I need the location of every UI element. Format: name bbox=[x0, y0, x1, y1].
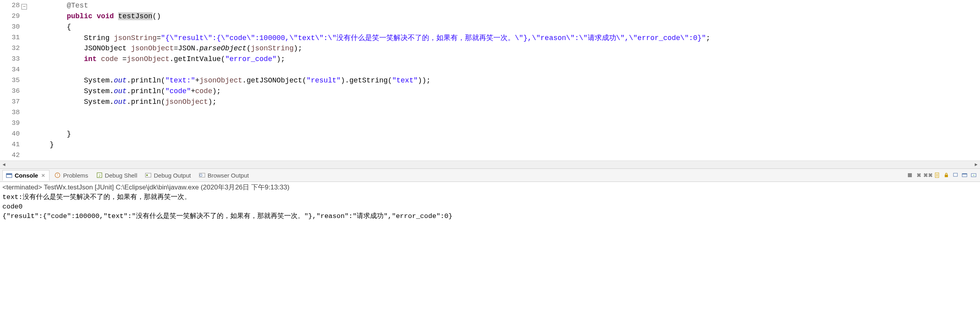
svg-text:+: + bbox=[973, 174, 975, 177]
code-token: String bbox=[84, 34, 114, 42]
code-token: .println( bbox=[127, 76, 165, 84]
code-token: + bbox=[191, 87, 195, 95]
code-token: ); bbox=[208, 98, 217, 106]
code-content[interactable]: int code =jsonObject.getIntValue("error_… bbox=[23, 55, 285, 63]
code-line[interactable]: 39 bbox=[0, 118, 980, 128]
console-view[interactable]: <terminated> TestWx.testJson [JUnit] C:\… bbox=[0, 182, 980, 325]
code-token: JSONObject bbox=[84, 44, 131, 52]
tab-debug-output[interactable]: Debug Output bbox=[142, 170, 194, 180]
code-content[interactable]: String jsonString="{\"result\":{\"code\"… bbox=[23, 33, 710, 42]
code-token: .getIntValue( bbox=[170, 55, 225, 63]
svg-rect-14 bbox=[945, 175, 948, 177]
code-token: testJson bbox=[118, 12, 152, 20]
code-token: "code" bbox=[165, 87, 191, 95]
code-token: ); bbox=[294, 44, 302, 52]
code-token: =JSON. bbox=[174, 44, 199, 52]
horizontal-scrollbar[interactable]: ◄ ► bbox=[0, 161, 980, 168]
code-token: ; bbox=[706, 34, 710, 42]
pin-console-icon[interactable] bbox=[951, 171, 959, 179]
code-token: code bbox=[195, 87, 212, 95]
tab-browser-output[interactable]: Browser Output bbox=[196, 170, 252, 180]
tab-problems[interactable]: ! Problems bbox=[51, 170, 91, 180]
code-token: System. bbox=[84, 76, 114, 84]
line-number: 40 bbox=[0, 130, 23, 138]
code-token: jsonObject bbox=[127, 55, 170, 63]
scroll-right-arrow[interactable]: ► bbox=[972, 161, 980, 169]
code-token: code bbox=[101, 55, 118, 63]
code-content[interactable]: { bbox=[23, 23, 71, 31]
code-line[interactable]: 31 String jsonString="{\"result\":{\"cod… bbox=[0, 32, 980, 43]
console-toolbar: ✖ ✖✖ + bbox=[906, 171, 978, 179]
code-content[interactable]: @Test bbox=[23, 2, 88, 10]
svg-rect-17 bbox=[962, 174, 967, 174]
code-content[interactable]: } bbox=[23, 141, 54, 149]
code-token: "error_code" bbox=[225, 55, 277, 63]
line-number: 29 bbox=[0, 12, 23, 20]
tab-debug-shell[interactable]: J Debug Shell bbox=[93, 170, 141, 180]
code-line[interactable]: 33 int code =jsonObject.getIntValue("err… bbox=[0, 54, 980, 64]
remove-launch-icon[interactable]: ✖ bbox=[915, 171, 923, 179]
line-number: 33 bbox=[0, 55, 23, 63]
tab-console[interactable]: Console ✕ bbox=[2, 170, 50, 181]
code-token: jsonObject bbox=[131, 44, 174, 52]
terminate-icon[interactable] bbox=[906, 171, 914, 179]
scroll-lock-icon[interactable] bbox=[942, 171, 950, 179]
code-line[interactable]: 34 bbox=[0, 64, 980, 75]
code-line[interactable]: 32 JSONObject jsonObject=JSON.parseObjec… bbox=[0, 43, 980, 54]
line-number: 36 bbox=[0, 87, 23, 95]
code-line[interactable]: 35 System.out.println("text:"+jsonObject… bbox=[0, 75, 980, 86]
browser-output-icon bbox=[199, 172, 205, 178]
code-editor[interactable]: 28− @Test29 public void testJson()30 {31… bbox=[0, 0, 980, 161]
code-content[interactable]: public void testJson() bbox=[23, 12, 161, 20]
code-token: = bbox=[118, 55, 127, 63]
code-token bbox=[114, 12, 118, 20]
fold-toggle-icon[interactable]: − bbox=[21, 4, 27, 10]
code-content[interactable]: System.out.println("text:"+jsonObject.ge… bbox=[23, 76, 431, 84]
code-line[interactable]: 41 } bbox=[0, 139, 980, 150]
code-token: ( bbox=[246, 44, 251, 52]
code-line[interactable]: 38 bbox=[0, 107, 980, 118]
svg-rect-11 bbox=[935, 173, 939, 178]
tab-browser-output-label: Browser Output bbox=[208, 172, 249, 179]
problems-icon: ! bbox=[54, 172, 61, 178]
code-line[interactable]: 42 bbox=[0, 150, 980, 161]
remove-all-icon[interactable]: ✖✖ bbox=[924, 171, 932, 179]
open-console-icon[interactable]: + bbox=[970, 171, 978, 179]
scroll-left-arrow[interactable]: ◄ bbox=[0, 161, 8, 169]
code-content[interactable]: JSONObject jsonObject=JSON.parseObject(j… bbox=[23, 44, 302, 52]
code-content[interactable]: } bbox=[23, 130, 71, 138]
code-content[interactable]: System.out.println("code"+code); bbox=[23, 87, 221, 95]
code-line[interactable]: 28− @Test bbox=[0, 0, 980, 11]
code-line[interactable]: 36 System.out.println("code"+code); bbox=[0, 86, 980, 96]
debug-output-icon bbox=[145, 172, 151, 178]
tab-console-label: Console bbox=[15, 172, 38, 179]
debug-shell-icon: J bbox=[96, 172, 103, 178]
console-output-line: code0 bbox=[0, 202, 980, 212]
code-token: public bbox=[67, 12, 92, 20]
code-line[interactable]: 30 { bbox=[0, 21, 980, 32]
bottom-tabbar: Console ✕ ! Problems J Debug Shell Debug… bbox=[0, 168, 980, 182]
line-number: 35 bbox=[0, 76, 23, 84]
code-token: "text:" bbox=[165, 76, 195, 84]
code-token: () bbox=[153, 12, 161, 20]
svg-rect-1 bbox=[6, 174, 12, 175]
line-number: 30 bbox=[0, 23, 23, 31]
code-token: "{\"result\":{\"code\":100000,\"text\":\… bbox=[161, 34, 706, 42]
code-token: jsonObject bbox=[199, 76, 242, 84]
close-icon[interactable]: ✕ bbox=[40, 173, 46, 178]
code-line[interactable]: 40 } bbox=[0, 128, 980, 139]
code-token: System. bbox=[84, 98, 114, 106]
code-line[interactable]: 29 public void testJson() bbox=[0, 11, 980, 21]
code-token: int bbox=[84, 55, 97, 63]
display-selected-icon[interactable] bbox=[961, 171, 969, 179]
code-token: = bbox=[157, 34, 161, 42]
code-token: ).getString( bbox=[341, 76, 392, 84]
code-token: jsonString bbox=[114, 34, 157, 42]
code-token: )); bbox=[418, 76, 430, 84]
line-number: 39 bbox=[0, 119, 23, 127]
clear-console-icon[interactable] bbox=[933, 171, 941, 179]
svg-text:J: J bbox=[98, 174, 100, 178]
line-number: 41 bbox=[0, 141, 23, 148]
code-content[interactable]: System.out.println(jsonObject); bbox=[23, 98, 217, 106]
code-line[interactable]: 37 System.out.println(jsonObject); bbox=[0, 96, 980, 107]
